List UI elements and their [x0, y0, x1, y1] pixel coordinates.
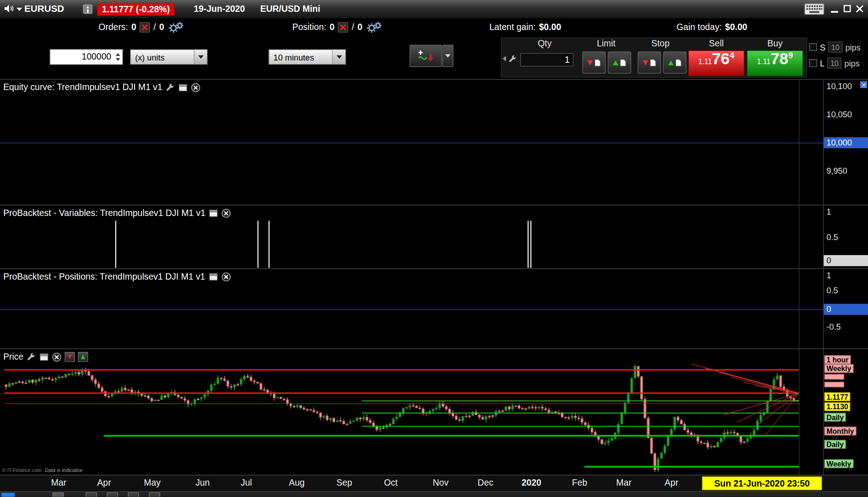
units-dropdown-arrow-icon[interactable]	[194, 50, 207, 65]
price-settings-wrench-icon[interactable]	[27, 352, 36, 362]
add-indicator-icon	[417, 49, 434, 62]
equity-detach-window-icon[interactable]	[178, 83, 188, 92]
price-plot: Price © IT-Finance.comData is indicative	[0, 349, 823, 475]
axis-label: 0	[824, 255, 868, 266]
maximize-button[interactable]	[843, 5, 853, 13]
disclaimer-text: Data is indicative	[45, 467, 83, 473]
price-close-icon[interactable]	[52, 352, 62, 362]
gain-today-value: $0.00	[725, 22, 747, 32]
add-indicator-button[interactable]	[409, 45, 442, 67]
position-count: 0	[329, 22, 334, 32]
info-icon[interactable]	[83, 5, 93, 14]
x-axis-tick: Dec	[478, 478, 494, 488]
latent-gain-label: Latent gain:	[490, 22, 536, 32]
variable-spike	[268, 221, 269, 268]
short-pips-input[interactable]	[828, 41, 843, 52]
x-axis-tick: Mar	[51, 478, 66, 488]
backtest-variables-panel: ProBacktest - Variables: TrendImpulsev1 …	[0, 205, 868, 268]
price-axis-tag: 1.1177	[824, 392, 850, 401]
sell-stop-button[interactable]	[638, 51, 661, 74]
green-up-arrow-icon	[613, 60, 618, 65]
equity-close-icon[interactable]	[191, 83, 201, 92]
close-position-button[interactable]	[338, 22, 348, 32]
order-settings-wrench-icon[interactable]	[508, 55, 517, 63]
positions-panel-title: ProBacktest - Positions: TrendImpulsev1 …	[3, 271, 205, 281]
collapse-order-panel-icon[interactable]	[503, 56, 506, 61]
price-panel-title: Price	[3, 352, 23, 362]
chart-toolbar: (x) units 10 minutes Qty Limit Stop Sell…	[0, 36, 868, 79]
x-axis-tick: Apr	[97, 478, 111, 488]
timeframe-dropdown-arrow-icon[interactable]	[332, 50, 345, 65]
bottom-toolbar-icon[interactable]	[107, 492, 118, 497]
price-axis-tag: Daily	[824, 440, 846, 448]
variable-spike	[115, 221, 116, 268]
units-dropdown[interactable]: (x) units	[130, 49, 207, 65]
order-ticket-panel: Qty Limit Stop Sell Buy 1.11764 1.11789	[501, 38, 807, 78]
quantity-spinner[interactable]	[114, 50, 122, 64]
x-axis-tick: Apr	[665, 478, 678, 488]
time-cursor-line	[799, 205, 799, 268]
bottom-toolbar-icon[interactable]	[149, 492, 160, 497]
variables-axis: 10.50	[823, 205, 868, 268]
x-axis-tick: Jul	[241, 478, 252, 488]
announcement-speaker-icon[interactable]	[4, 4, 15, 16]
keyboard-icon[interactable]	[804, 3, 824, 15]
short-checkbox[interactable]	[809, 43, 817, 51]
stop-limit-pips-cluster: S pips L pips	[809, 41, 861, 69]
variable-spike	[528, 221, 529, 268]
x-axis-tick: 2020	[522, 478, 541, 488]
timeframe-dropdown[interactable]: 10 minutes	[268, 49, 346, 65]
variables-detach-window-icon[interactable]	[209, 208, 218, 218]
bottom-toolbar-icon[interactable]	[128, 492, 139, 497]
orders-status: Orders: 0 / 0	[99, 18, 184, 36]
long-pips-input[interactable]	[827, 58, 842, 69]
buy-stop-button[interactable]	[663, 51, 686, 74]
symbol-dropdown-caret-icon[interactable]	[17, 8, 22, 11]
buy-arrow-button[interactable]	[78, 352, 88, 362]
close-button[interactable]	[856, 5, 866, 13]
minimize-button[interactable]	[830, 5, 840, 13]
long-pips-row: L pips	[809, 58, 861, 69]
backtest-positions-panel: ProBacktest - Positions: TrendImpulsev1 …	[0, 268, 868, 348]
latent-gain-value: $0.00	[539, 22, 561, 32]
position-settings-gear-icon[interactable]	[366, 21, 383, 34]
sell-arrow-button[interactable]	[65, 352, 75, 362]
equity-axis: 10,10010,05010,0009,950	[823, 80, 868, 205]
long-checkbox[interactable]	[809, 59, 817, 67]
order-page-icon	[595, 59, 601, 66]
buy-button[interactable]: 1.11789	[747, 50, 803, 76]
price-axis-tag: 1.1130	[824, 402, 850, 411]
equity-settings-wrench-icon[interactable]	[166, 83, 175, 92]
order-status-bar: Orders: 0 / 0 Position: 0 / 0 Latent gai…	[0, 18, 868, 36]
limit-header: Limit	[597, 39, 616, 49]
variables-close-icon[interactable]	[222, 208, 231, 218]
red-down-arrow-icon	[643, 60, 648, 65]
gain-today-label: Gain today:	[676, 22, 722, 32]
x-axis-tick: May	[144, 478, 161, 488]
order-quantity-input[interactable]	[520, 53, 574, 66]
x-axis-tick: Jun	[196, 478, 210, 488]
positions-close-icon[interactable]	[221, 272, 231, 281]
bottom-toolbar-icon[interactable]	[53, 492, 64, 497]
equity-curve-panel: Equity curve: TrendImpulsev1 DJI M1 v1 1…	[0, 79, 868, 205]
cancel-orders-button[interactable]	[140, 22, 150, 32]
positions-detach-window-icon[interactable]	[208, 272, 218, 281]
variable-spike	[257, 221, 258, 268]
sell-price-prefix: 1.11	[698, 58, 712, 70]
price-detach-window-icon[interactable]	[40, 352, 49, 362]
bottom-toolbar-icon[interactable]	[86, 492, 97, 497]
variables-panel-header: ProBacktest - Variables: TrendImpulsev1 …	[3, 208, 231, 218]
quantity-input[interactable]	[50, 49, 123, 65]
indicator-dropdown-arrow[interactable]	[442, 45, 453, 67]
positions-zero-line	[0, 309, 823, 310]
bottom-toolbar-icon[interactable]	[1, 492, 15, 497]
price-axis-tag: Weekly	[824, 364, 853, 373]
price-chart-canvas[interactable]	[0, 349, 823, 475]
sell-button[interactable]: 1.11764	[688, 50, 745, 76]
buy-limit-button[interactable]	[608, 51, 631, 74]
orders-settings-gear-icon[interactable]	[167, 21, 184, 34]
order-page-icon	[676, 59, 681, 66]
axis-label: 10,100	[824, 81, 868, 92]
sell-limit-button[interactable]	[582, 51, 606, 74]
time-axis-ticks: MarAprMayJunJulAugSepOctNovDec2020FebMar…	[0, 475, 823, 492]
